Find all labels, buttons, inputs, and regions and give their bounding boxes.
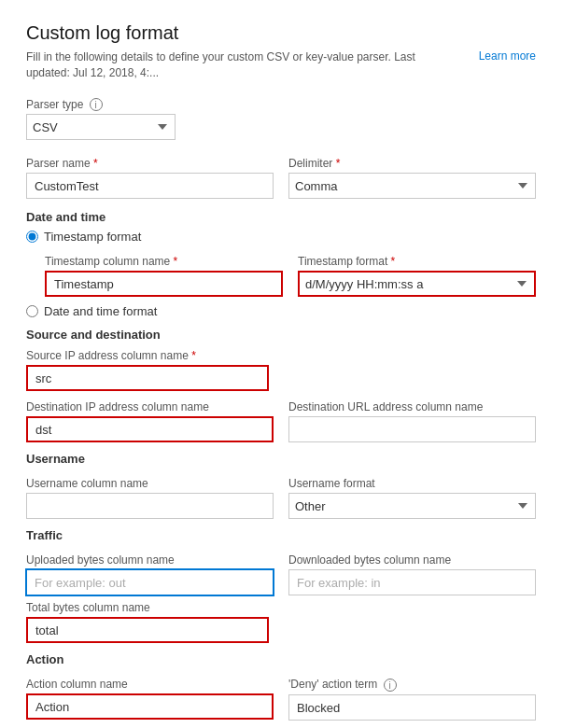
date-time-format-radio-row: Date and time format [26,304,536,318]
total-bytes-label: Total bytes column name [26,601,536,614]
dest-ip-col: Destination IP address column name [26,393,274,442]
timestamp-col-name-input[interactable] [45,271,283,297]
action-col-name-col: Action column name [26,670,274,720]
action-col-name-label: Action column name [26,678,274,691]
date-time-format-radio[interactable] [26,305,38,317]
action-section-label: Action [26,652,536,666]
dest-url-col: Destination URL address column name [288,393,536,442]
traffic-bytes-row: Uploaded bytes column name Downloaded by… [26,546,536,595]
dest-ip-label: Destination IP address column name [26,400,274,413]
dest-ip-input[interactable] [26,416,274,442]
timestamp-format-label: Timestamp format [298,255,536,268]
parser-name-label: Parser name [26,157,274,170]
username-col-name-input[interactable] [26,493,274,519]
date-time-section: Date and time Timestamp format Timestamp… [26,210,536,318]
timestamp-format-col: Timestamp format d/M/yyyy HH:mm:ss a M/d… [298,247,536,297]
source-ip-input[interactable] [26,365,269,391]
total-bytes-input[interactable] [26,617,269,643]
timestamp-fields-indented: Timestamp column name Timestamp format d… [45,247,536,297]
deny-action-col: 'Deny' action term i [288,670,536,721]
dest-url-label: Destination URL address column name [288,400,536,413]
parser-type-label: Parser type i [26,98,536,112]
parser-type-section: Parser type i CSV Key-value [26,98,536,141]
delimiter-label: Delimiter [288,157,536,170]
username-section: Username Username column name Username f… [26,452,536,519]
downloaded-label: Downloaded bytes column name [288,553,536,567]
parser-type-select[interactable]: CSV Key-value [26,114,176,140]
timestamp-format-radio-label: Timestamp format [44,230,141,244]
delimiter-select[interactable]: Comma Tab Pipe Space Semicolon [288,173,536,199]
username-section-label: Username [26,452,536,466]
parser-name-delimiter-row: Parser name Delimiter Comma Tab Pipe Spa… [26,149,536,199]
subtitle-text: Fill in the following details to define … [26,49,437,81]
downloaded-input[interactable] [288,569,536,595]
timestamp-col-name-label: Timestamp column name [45,255,283,268]
uploaded-label: Uploaded bytes column name [26,553,274,567]
timestamp-format-select[interactable]: d/M/yyyy HH:mm:ss a M/d/yyyy HH:mm:ss yy… [298,271,536,297]
delimiter-col: Delimiter Comma Tab Pipe Space Semicolon [288,149,536,199]
parser-name-input[interactable] [26,173,274,199]
traffic-section-label: Traffic [26,528,536,542]
deny-action-label: 'Deny' action term i [288,678,536,692]
action-col-name-input[interactable] [26,693,274,720]
action-row: Action column name 'Deny' action term i [26,670,536,721]
date-time-format-radio-label: Date and time format [44,304,157,318]
deny-action-input[interactable] [288,694,536,721]
page-title: Custom log format [26,22,536,44]
dest-row: Destination IP address column name Desti… [26,393,536,442]
timestamp-fields-row: Timestamp column name Timestamp format d… [45,247,536,297]
downloaded-col: Downloaded bytes column name [288,546,536,595]
source-dest-section-label: Source and destination [26,328,536,342]
username-col-name-col: Username column name [26,469,274,519]
username-format-label: Username format [288,477,536,490]
deny-action-info-icon[interactable]: i [384,679,397,692]
timestamp-col-name-col: Timestamp column name [45,247,283,297]
parser-type-info-icon[interactable]: i [90,98,103,111]
source-ip-label: Source IP address column name [26,349,536,362]
username-row: Username column name Username format Oth… [26,469,536,519]
parser-name-col: Parser name [26,149,274,199]
username-format-select[interactable]: Other Domain\User User@Domain User [288,493,536,519]
timestamp-format-radio-row: Timestamp format [26,230,536,244]
username-col-name-label: Username column name [26,477,274,490]
uploaded-input[interactable] [26,569,274,595]
dest-url-input[interactable] [288,416,536,442]
date-time-section-label: Date and time [26,210,536,224]
action-section: Action Action column name 'Deny' action … [26,652,536,721]
traffic-section: Traffic Uploaded bytes column name Downl… [26,528,536,643]
username-format-col: Username format Other Domain\User User@D… [288,469,536,519]
uploaded-col: Uploaded bytes column name [26,546,274,595]
source-dest-section: Source and destination Source IP address… [26,328,536,442]
learn-more-link[interactable]: Learn more [479,49,536,63]
timestamp-format-radio[interactable] [26,231,38,243]
subtitle-row: Fill in the following details to define … [26,49,536,81]
